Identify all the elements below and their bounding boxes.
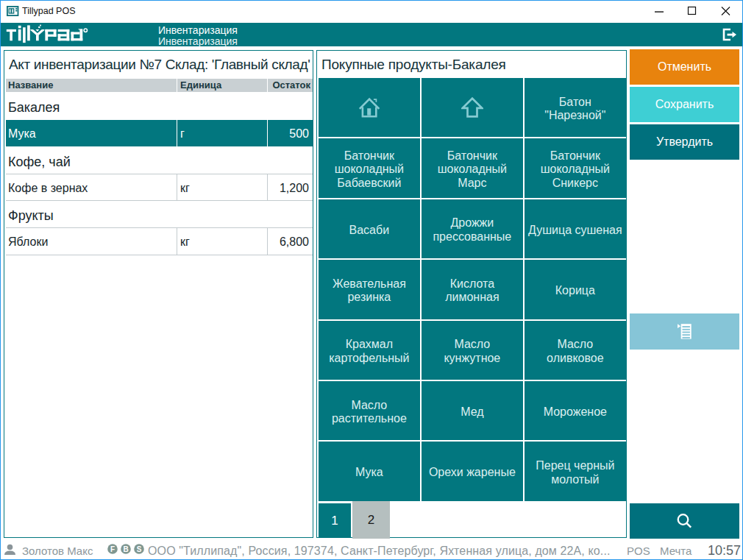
svg-text:F: F [110, 545, 115, 553]
svg-text:S: S [137, 545, 142, 553]
svg-text:B: B [123, 545, 128, 553]
